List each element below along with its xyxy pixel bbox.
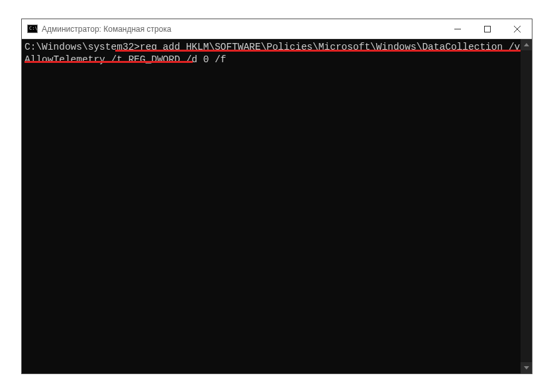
svg-marker-5 (524, 366, 529, 369)
command-prompt-window: C:\. Администратор: Командная строка C:\… (21, 19, 532, 374)
svg-marker-4 (524, 43, 529, 46)
highlight-underline (25, 61, 193, 63)
window-controls (442, 19, 532, 38)
highlight-underline (115, 50, 521, 52)
terminal-line: C:\Windows\system32>reg add HKLM\SOFTWAR… (25, 40, 529, 66)
scroll-up-arrow-icon[interactable] (521, 39, 532, 50)
close-button[interactable] (502, 19, 532, 38)
vertical-scrollbar[interactable] (521, 39, 532, 373)
minimize-button[interactable] (442, 19, 472, 38)
scroll-down-arrow-icon[interactable] (521, 362, 532, 373)
cmd-icon: C:\. (27, 24, 38, 33)
svg-rect-1 (484, 26, 490, 32)
terminal-body[interactable]: C:\Windows\system32>reg add HKLM\SOFTWAR… (22, 39, 532, 373)
window-titlebar[interactable]: C:\. Администратор: Командная строка (22, 19, 532, 39)
maximize-button[interactable] (472, 19, 502, 38)
window-title: Администратор: Командная строка (42, 24, 442, 34)
